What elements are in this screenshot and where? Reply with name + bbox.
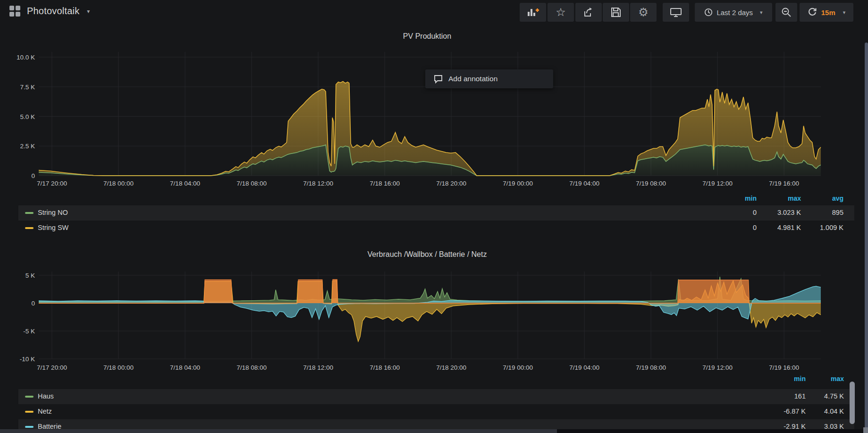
gear-icon: ⚙ [638,6,649,19]
svg-text:5.0 K: 5.0 K [20,113,35,120]
horizontal-scrollbar-thumb[interactable] [0,429,557,433]
legend-row-string-sw: String SW04.981 K1.009 K [18,221,854,236]
svg-text:7/19 04:00: 7/19 04:00 [569,364,599,371]
svg-text:7/19 08:00: 7/19 08:00 [636,364,666,371]
star-icon: ☆ [556,6,566,19]
stat-max: 3.023 K [758,209,801,216]
svg-text:5 K: 5 K [25,272,35,279]
svg-text:7/18 00:00: 7/18 00:00 [103,180,134,187]
legend-row-string-no: String NO03.023 K895 [18,205,854,221]
svg-text:7/18 00:00: 7/18 00:00 [103,364,134,371]
svg-text:7/19 16:00: 7/19 16:00 [769,364,799,371]
series-color-dash[interactable] [25,426,34,428]
svg-text:7.5 K: 7.5 K [20,84,35,91]
verbrauch-chart[interactable]: 5 K0-5 K-10 K7/17 20:007/18 00:007/18 04… [0,267,854,373]
svg-text:7/18 12:00: 7/18 12:00 [303,364,333,371]
legend-row-netz: Netz-6.87 K4.04 K [18,404,854,419]
stat-avg: 1.009 K [801,224,843,231]
panel-title-pv-produktion[interactable]: PV Produktion [0,32,854,41]
stat-max: 4.04 K [801,408,844,415]
series-label[interactable]: String NO [38,209,68,216]
refresh-icon [808,8,817,17]
stat-min: 0 [714,209,757,216]
refresh-caret-icon[interactable]: ▾ [843,9,846,16]
time-picker-caret-icon: ▾ [760,9,763,16]
svg-text:-10 K: -10 K [20,356,35,363]
grafana-dashboard: Photovoltaik ▾ ☆ [0,0,868,433]
svg-text:7/19 12:00: 7/19 12:00 [702,364,733,371]
stat-min: -6.87 K [763,408,806,415]
pv-produktion-chart[interactable]: 10.0 K7.5 K5.0 K2.5 K07/17 20:007/18 00:… [0,45,854,189]
horizontal-scrollbar-track[interactable] [0,429,868,433]
svg-text:0: 0 [31,300,35,307]
save-icon [611,7,621,17]
dashboard-scrollbar-thumb[interactable] [850,382,855,424]
svg-text:7/18 16:00: 7/18 16:00 [370,364,400,371]
svg-text:7/19 12:00: 7/19 12:00 [702,180,733,187]
svg-text:7/18 04:00: 7/18 04:00 [170,180,200,187]
svg-text:7/18 16:00: 7/18 16:00 [370,180,400,187]
cycle-view-button[interactable] [663,3,689,22]
svg-text:7/18 20:00: 7/18 20:00 [436,180,466,187]
series-color-dash[interactable] [25,396,34,398]
series-label[interactable]: Netz [38,408,52,415]
zoom-out-icon [781,7,792,17]
svg-text:7/18 12:00: 7/18 12:00 [303,180,333,187]
add-annotation-label: Add annotation [448,75,497,83]
series-label[interactable]: Haus [38,392,54,400]
svg-text:7/17 20:00: 7/17 20:00 [37,180,67,187]
add-panel-icon [527,7,539,17]
share-icon [583,7,594,17]
stat-avg: 895 [801,209,843,216]
monitor-icon [670,7,682,17]
svg-text:7/18 08:00: 7/18 08:00 [236,180,267,187]
series-color-dash[interactable] [25,227,34,229]
svg-text:-5 K: -5 K [23,328,35,335]
svg-text:7/17 20:00: 7/17 20:00 [37,364,67,371]
legend-column-avg[interactable]: avg [801,195,843,202]
legend-column-min[interactable]: min [763,375,806,382]
svg-text:7/19 04:00: 7/19 04:00 [569,180,599,187]
svg-text:7/19 00:00: 7/19 00:00 [503,180,533,187]
refresh-button[interactable]: 15m ▾ [800,3,853,22]
svg-text:10.0 K: 10.0 K [17,54,35,61]
vertical-scrollbar-thumb[interactable] [865,42,868,433]
scrollbar-corner [863,427,868,433]
stat-min: 0 [714,224,757,231]
dashboards-grid-icon[interactable] [9,6,20,17]
svg-text:7/19 08:00: 7/19 08:00 [636,180,666,187]
stat-max: 4.75 K [801,392,844,400]
time-range-label: Last 2 days [716,8,753,17]
stat-max: 4.981 K [758,224,801,231]
svg-text:2.5 K: 2.5 K [20,143,35,150]
save-button[interactable] [603,3,629,22]
series-label[interactable]: String SW [38,224,68,231]
add-panel-button[interactable] [520,3,546,22]
stat-min: 161 [763,392,806,400]
svg-text:7/19 16:00: 7/19 16:00 [769,180,799,187]
legend-column-max[interactable]: max [801,375,844,382]
comment-bubble-icon [434,75,443,84]
zoom-out-button[interactable] [775,3,797,22]
add-annotation-menu-item[interactable]: Add annotation [425,69,553,88]
series-color-dash[interactable] [25,411,34,413]
navbar: Photovoltaik ▾ ☆ [0,0,868,25]
star-button[interactable]: ☆ [548,3,574,22]
legend-column-max[interactable]: max [758,195,801,202]
dashboard-title[interactable]: Photovoltaik [27,6,79,17]
clock-icon [704,8,713,17]
legend-column-min[interactable]: min [714,195,757,202]
dashboard-title-caret-icon[interactable]: ▾ [87,8,90,15]
legend-row-haus: Haus1614.75 K [18,389,854,404]
svg-text:7/18 08:00: 7/18 08:00 [236,364,267,371]
svg-text:0: 0 [31,172,35,179]
share-button[interactable] [575,3,602,22]
svg-text:7/19 00:00: 7/19 00:00 [503,364,533,371]
svg-text:7/18 04:00: 7/18 04:00 [170,364,200,371]
settings-button[interactable]: ⚙ [630,3,657,22]
time-picker-button[interactable]: Last 2 days ▾ [695,3,772,22]
panel-title-verbrauch[interactable]: Verbrauch /Wallbox / Batterie / Netz [0,250,854,259]
svg-text:7/18 20:00: 7/18 20:00 [436,364,466,371]
series-color-dash[interactable] [25,212,34,214]
refresh-interval-label: 15m [821,8,835,17]
